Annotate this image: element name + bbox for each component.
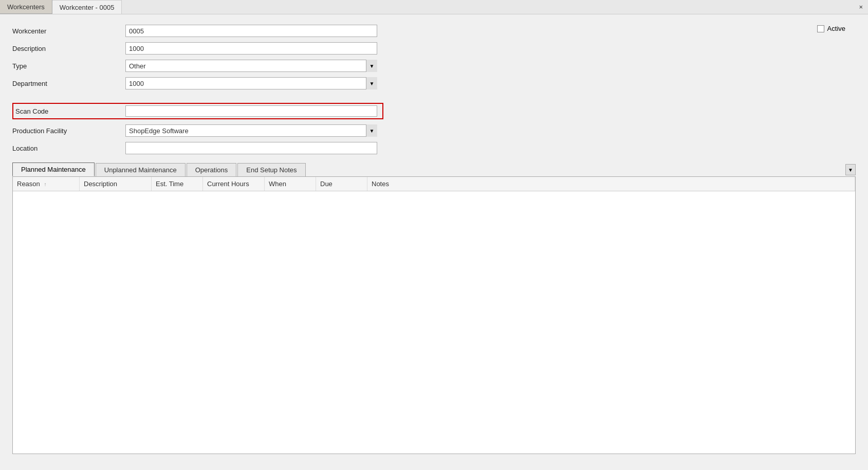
th-reason: Reason ↑ bbox=[13, 177, 80, 191]
close-icon: × bbox=[859, 3, 863, 11]
description-label: Description bbox=[12, 45, 125, 52]
table-body bbox=[13, 191, 855, 451]
reason-sort-icon: ↑ bbox=[44, 182, 46, 187]
type-select-wrapper: Other Assembly Machining Testing ▼ bbox=[125, 60, 377, 72]
production-facility-select-wrapper: ShopEdge Software Facility A Facility B … bbox=[125, 124, 377, 137]
description-row: Description bbox=[12, 42, 856, 55]
doc-tab-label: Workcenter - 0005 bbox=[60, 4, 115, 11]
production-facility-select[interactable]: ShopEdge Software Facility A Facility B bbox=[125, 124, 377, 137]
location-label: Location bbox=[12, 144, 125, 152]
scan-code-highlighted-row: Scan Code bbox=[12, 103, 383, 119]
scan-code-input[interactable] bbox=[125, 105, 377, 117]
title-bar: Workcenters Workcenter - 0005 × bbox=[0, 0, 868, 14]
main-window: Workcenters Workcenter - 0005 × Active W… bbox=[0, 0, 868, 470]
location-input[interactable] bbox=[125, 142, 377, 154]
table-header: Reason ↑ Description Est. Time Current H… bbox=[13, 177, 855, 191]
close-button[interactable]: × bbox=[854, 0, 868, 14]
tab-operations[interactable]: Operations bbox=[187, 163, 237, 177]
tab-planned-maintenance[interactable]: Planned Maintenance bbox=[12, 162, 95, 176]
th-est-time-label: Est. Time bbox=[156, 180, 183, 188]
tab-operations-label: Operations bbox=[195, 166, 228, 174]
department-label: Department bbox=[12, 80, 125, 87]
tab-unplanned-maintenance-label: Unplanned Maintenance bbox=[104, 166, 177, 174]
th-due-label: Due bbox=[320, 180, 333, 188]
active-label: Active bbox=[827, 25, 845, 32]
th-when: When bbox=[265, 177, 316, 191]
tab-content-area: Reason ↑ Description Est. Time Current H… bbox=[12, 176, 856, 454]
workcenter-doc-tab[interactable]: Workcenter - 0005 bbox=[52, 0, 122, 14]
type-row: Type Other Assembly Machining Testing ▼ bbox=[12, 60, 856, 72]
th-due: Due bbox=[316, 177, 367, 191]
type-select[interactable]: Other Assembly Machining Testing bbox=[125, 60, 377, 72]
department-row: Department 1000 2000 3000 ▼ bbox=[12, 77, 856, 89]
workcenter-app-tab[interactable]: Workcenters bbox=[0, 0, 52, 14]
workcenter-input[interactable] bbox=[125, 25, 377, 37]
th-description-label: Description bbox=[84, 180, 117, 188]
tabs-nav: Planned Maintenance Unplanned Maintenanc… bbox=[12, 162, 856, 176]
production-facility-row: Production Facility ShopEdge Software Fa… bbox=[12, 124, 856, 137]
scan-code-label: Scan Code bbox=[15, 107, 125, 115]
workcenter-label: Workcenter bbox=[12, 27, 125, 35]
th-notes: Notes bbox=[367, 177, 855, 191]
workcenter-row: Workcenter bbox=[12, 25, 856, 37]
tab-end-setup-notes-label: End Setup Notes bbox=[246, 166, 297, 174]
department-select-wrapper: 1000 2000 3000 ▼ bbox=[125, 77, 377, 89]
department-select[interactable]: 1000 2000 3000 bbox=[125, 77, 377, 89]
description-input[interactable] bbox=[125, 42, 377, 55]
th-notes-label: Notes bbox=[372, 180, 389, 188]
tabs-dropdown-area: ▼ bbox=[845, 164, 856, 176]
th-est-time: Est. Time bbox=[152, 177, 203, 191]
th-description: Description bbox=[80, 177, 152, 191]
tab-unplanned-maintenance[interactable]: Unplanned Maintenance bbox=[96, 163, 186, 177]
production-facility-label: Production Facility bbox=[12, 127, 125, 135]
location-row: Location bbox=[12, 142, 856, 154]
tab-end-setup-notes[interactable]: End Setup Notes bbox=[237, 163, 305, 177]
active-row: Active bbox=[817, 25, 845, 32]
th-reason-label: Reason bbox=[17, 180, 40, 188]
type-label: Type bbox=[12, 62, 125, 70]
tabs-section: Planned Maintenance Unplanned Maintenanc… bbox=[12, 162, 856, 454]
content-area: Active Workcenter Description Type Other… bbox=[0, 14, 868, 470]
th-current-hours-label: Current Hours bbox=[207, 180, 249, 188]
th-current-hours: Current Hours bbox=[203, 177, 265, 191]
active-checkbox[interactable] bbox=[817, 25, 824, 32]
tabs-dropdown-button[interactable]: ▼ bbox=[845, 164, 856, 175]
tab-planned-maintenance-label: Planned Maintenance bbox=[21, 166, 86, 173]
app-tab-label: Workcenters bbox=[7, 3, 45, 11]
th-when-label: When bbox=[269, 180, 286, 188]
